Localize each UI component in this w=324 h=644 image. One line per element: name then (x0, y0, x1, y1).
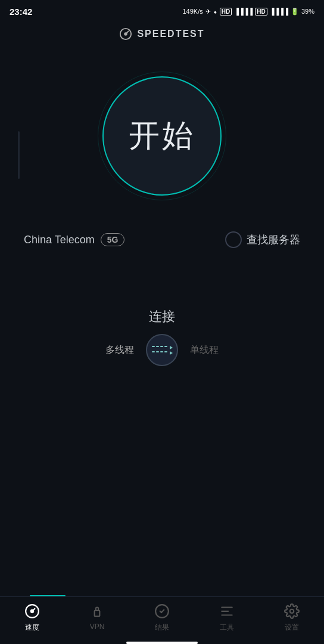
battery-icon: 🔋 (291, 8, 299, 16)
status-icons: 149K/s ✈ ⬥ HD ▐▐▐▐ HD ▐▐▐▐ 🔋 39% (182, 8, 314, 16)
svg-point-9 (289, 609, 294, 614)
network-hd-icon: HD (220, 8, 232, 16)
settings-nav-icon (284, 603, 300, 620)
nav-item-tools[interactable]: 工具 (206, 603, 248, 633)
multi-thread-label: 多线程 (105, 344, 134, 357)
connection-title: 连接 (149, 308, 175, 326)
carrier-info: China Telecom 5G (24, 233, 124, 246)
nav-item-results[interactable]: 结果 (141, 603, 183, 633)
results-nav-icon (154, 603, 170, 620)
server-label: 查找服务器 (247, 233, 300, 247)
start-button-wrapper: 开始 (96, 70, 228, 202)
nav-label-results: 结果 (155, 623, 169, 633)
speedtest-logo-icon (119, 27, 132, 41)
nav-label-speed: 速度 (25, 623, 39, 633)
network-type-icon: HD (255, 8, 267, 16)
connection-toggle: 多线程 单线程 (105, 334, 219, 366)
nav-item-settings[interactable]: 设置 (271, 603, 313, 633)
thread-toggle-button[interactable] (146, 334, 178, 366)
connection-section: 连接 多线程 单线程 (105, 308, 219, 366)
status-bar: 23:42 149K/s ✈ ⬥ HD ▐▐▐▐ HD ▐▐▐▐ 🔋 39% (0, 0, 324, 21)
bluetooth-icon: ⬥ (213, 8, 217, 15)
server-info[interactable]: 查找服务器 (225, 231, 300, 248)
carrier-name: China Telecom (24, 234, 95, 246)
signal2-icon: ▐▐▐▐ (270, 8, 288, 15)
svg-rect-4 (95, 611, 100, 617)
nav-label-vpn: VPN (90, 623, 105, 631)
speed-indicator: 149K/s (182, 8, 202, 15)
status-time: 23:42 (10, 7, 32, 17)
active-nav-indicator (30, 595, 66, 596)
speed-nav-icon (24, 603, 40, 620)
home-indicator (126, 642, 198, 644)
main-content: 开始 China Telecom 5G 查找服务器 连接 多线程 (0, 41, 324, 366)
app-header: SPEEDTEST (0, 21, 324, 41)
nav-label-settings: 设置 (285, 623, 299, 633)
sidebar-decoration (18, 131, 20, 179)
start-button[interactable]: 开始 (102, 76, 222, 196)
server-spinner-icon (225, 231, 242, 248)
signal-icon: ▐▐▐▐ (234, 8, 253, 15)
svg-point-1 (125, 33, 127, 35)
arrows-icon (152, 346, 173, 355)
bottom-nav: 速度 VPN 结果 工具 (0, 596, 324, 644)
vpn-nav-icon (89, 603, 105, 620)
battery-percent: 39% (301, 8, 314, 15)
app-title: SPEEDTEST (137, 29, 204, 39)
svg-point-3 (31, 610, 33, 612)
nav-item-speed[interactable]: 速度 (11, 603, 53, 633)
single-thread-label: 单线程 (190, 344, 219, 357)
nav-label-tools: 工具 (220, 623, 234, 633)
start-button-label: 开始 (129, 115, 195, 157)
network-type-badge: 5G (101, 233, 125, 246)
network-info: China Telecom 5G 查找服务器 (0, 231, 324, 248)
location-icon: ✈ (205, 8, 211, 16)
nav-item-vpn[interactable]: VPN (76, 603, 118, 631)
tools-nav-icon (219, 603, 235, 620)
